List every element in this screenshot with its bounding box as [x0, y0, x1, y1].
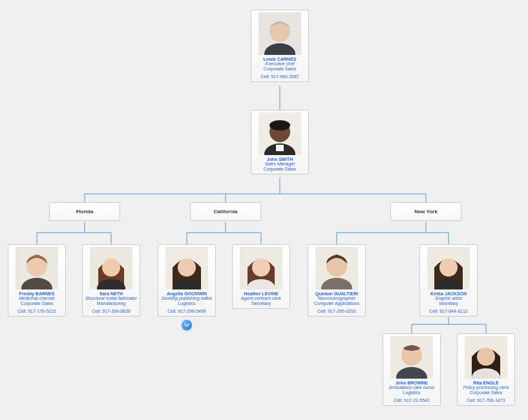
person-name: Sara NETH — [85, 291, 138, 296]
person-dept: Corporate Sales — [253, 167, 306, 171]
person-role: Sales Manager — [253, 162, 306, 166]
person-cell: Cell: 917-948-3587 — [253, 74, 306, 79]
region-label: New York — [414, 209, 438, 215]
person-name: Quinton GUALTIERI — [310, 291, 363, 296]
avatar — [315, 247, 358, 289]
person-role: Executive chef — [253, 61, 306, 66]
person-name: John BROWNE — [385, 381, 438, 385]
region-newyork[interactable]: New York — [390, 202, 461, 221]
person-cell: Cell: 917-295-6293 — [310, 309, 363, 313]
person-dept: Manufacturing — [85, 301, 138, 306]
person-role: Graphic artist — [422, 296, 475, 300]
avatar — [259, 112, 301, 155]
person-role: Desktop publishing editor — [160, 296, 213, 300]
person-cell: Cell: 917-706-1473 — [459, 398, 512, 403]
chevron-down-icon — [184, 322, 189, 328]
person-dept: Computer Applications — [310, 301, 363, 306]
region-label: California — [214, 209, 238, 215]
person-card-sara-neth[interactable]: Sara NETH Structural metal fabricator Ma… — [82, 244, 140, 317]
org-chart-canvas: Lewis CARNES Executive chef Corporate Sa… — [0, 0, 528, 420]
person-card-freddy-barnes[interactable]: Freddy BARNES Medicinal chemist Corporat… — [8, 244, 66, 317]
person-dept: Corporate Sales — [10, 301, 63, 306]
person-card-krista-jackson[interactable]: Krista JACKSON Graphic artist Secretary … — [419, 244, 478, 317]
person-card-quinton-gualtieri[interactable]: Quinton GUALTIERI Neurosonographer Compu… — [308, 244, 366, 317]
svg-point-38 — [178, 258, 196, 277]
person-role: Agent-contract clerk — [235, 296, 288, 300]
person-card-angelia-goodwin[interactable]: Angelia GOODWIN Desktop publishing edito… — [158, 244, 216, 317]
person-cell: Cell: 917-298-5456 — [160, 309, 213, 313]
person-card-john-smith[interactable]: John SMITH Sales Manager Corporate Sales — [251, 110, 309, 174]
person-name: Heather LEVINE — [235, 291, 288, 296]
svg-point-35 — [102, 258, 120, 277]
svg-point-41 — [252, 258, 270, 277]
person-role: Neurosonographer — [310, 296, 363, 300]
person-role: Ambulatory care nurse — [385, 385, 438, 390]
person-role: Structural metal fabricator — [85, 296, 138, 300]
svg-rect-27 — [276, 145, 284, 151]
person-card-lewis-carnes[interactable]: Lewis CARNES Executive chef Corporate Sa… — [251, 10, 309, 82]
avatar — [240, 247, 282, 289]
person-card-heather-levine[interactable]: Heather LEVINE Agent-contract clerk Secr… — [232, 244, 290, 309]
person-card-rita-engle[interactable]: Rita ENGLE Policy processing clerk Corpo… — [457, 333, 515, 406]
person-dept: Logistics — [385, 390, 438, 395]
person-cell: Cell: 917-266-0839 — [85, 309, 138, 313]
person-card-john-browne[interactable]: John BROWNE Ambulatory care nurse Logist… — [383, 333, 441, 406]
avatar — [390, 336, 433, 379]
person-name: Angelia GOODWIN — [160, 291, 213, 296]
avatar — [259, 12, 301, 55]
person-name: Krista JACKSON — [422, 291, 475, 296]
person-name: John SMITH — [253, 157, 306, 162]
region-florida[interactable]: Florida — [49, 202, 120, 221]
person-dept: Corporate Sales — [459, 390, 512, 395]
person-cell: Cell: 917-176-5215 — [10, 309, 63, 313]
avatar — [16, 247, 58, 289]
expand-button[interactable] — [182, 320, 192, 330]
person-dept: Secretary — [422, 301, 475, 306]
svg-point-29 — [269, 120, 290, 131]
avatar — [165, 247, 208, 289]
person-name: Freddy BARNES — [10, 291, 63, 296]
person-dept: Logistics — [160, 301, 213, 306]
region-california[interactable]: California — [190, 202, 261, 221]
region-label: Florida — [76, 209, 94, 215]
person-name: Rita ENGLE — [459, 381, 512, 385]
person-cell: Cell: 917-21-5542 — [385, 398, 438, 403]
person-role: Medicinal chemist — [10, 296, 63, 300]
avatar — [427, 247, 470, 289]
person-role: Policy processing clerk — [459, 385, 512, 390]
person-dept: Corporate Sales — [253, 67, 306, 71]
svg-point-47 — [439, 258, 458, 277]
svg-point-53 — [477, 348, 495, 366]
avatar — [465, 336, 507, 379]
person-cell: Cell: 917-044-8112 — [422, 309, 475, 313]
avatar — [90, 247, 132, 289]
person-dept: Secretary — [235, 301, 288, 306]
person-name: Lewis CARNES — [253, 57, 306, 61]
